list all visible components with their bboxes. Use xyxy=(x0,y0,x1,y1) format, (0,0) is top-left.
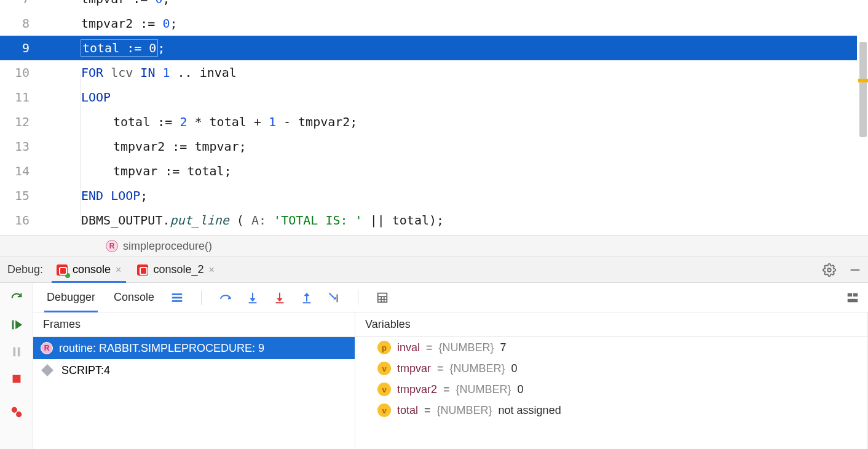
line-number[interactable]: 13 xyxy=(0,134,30,159)
variable-type: {NUMBER} xyxy=(439,341,494,354)
variable-value: 0 xyxy=(518,383,524,396)
settings-icon[interactable] xyxy=(823,263,836,277)
variable-kind-icon: v xyxy=(377,403,391,417)
variable-value: 0 xyxy=(511,362,518,375)
debug-tab-label: console_2 xyxy=(153,263,203,276)
variable-row[interactable]: vtmpvar = {NUMBER} 0 xyxy=(355,358,867,379)
variable-row[interactable]: vtotal = {NUMBER} not assigned xyxy=(355,400,867,421)
svg-marker-16 xyxy=(277,298,283,301)
frame-row[interactable]: SCRIPT:4 xyxy=(33,359,355,381)
routine-badge-icon: R xyxy=(41,342,53,354)
threads-icon[interactable] xyxy=(170,291,184,304)
svg-rect-5 xyxy=(17,348,20,357)
step-out-button[interactable] xyxy=(300,291,314,304)
stop-button[interactable] xyxy=(9,372,24,386)
step-into-button[interactable] xyxy=(246,291,259,304)
variable-value: 7 xyxy=(500,341,507,354)
code-line[interactable]: LOOP xyxy=(37,85,857,109)
layout-settings-button[interactable] xyxy=(846,291,859,304)
code-line[interactable]: tmpvar := total; xyxy=(37,159,857,183)
debug-tab-console[interactable]: console × xyxy=(52,257,126,282)
script-icon xyxy=(41,364,53,376)
variable-type: {NUMBER} xyxy=(456,383,511,396)
debugger-subtabs: Debugger Console xyxy=(33,283,868,312)
debugger-side-toolbar xyxy=(0,283,33,449)
svg-point-0 xyxy=(827,268,831,272)
debug-toolwindow-header: Debug: console × console_2 × xyxy=(0,257,868,283)
svg-marker-19 xyxy=(304,292,310,296)
debug-tab-console2[interactable]: console_2 × xyxy=(132,257,219,282)
code-line[interactable]: FOR lcv IN 1 .. inval xyxy=(37,60,857,85)
code-line[interactable]: total := 2 * total + 1 - tmpvar2; xyxy=(37,109,857,134)
frames-title: Frames xyxy=(33,312,355,337)
variable-type: {NUMBER} xyxy=(437,404,492,417)
editor-scroll-thumb[interactable] xyxy=(859,42,867,137)
debug-label: Debug: xyxy=(5,263,45,276)
code-line[interactable]: DBMS_OUTPUT.put_line ( A: 'TOTAL IS: ' |… xyxy=(37,208,857,232)
code-line[interactable]: tmpvar2 := 0; xyxy=(37,11,857,36)
line-number[interactable]: 11 xyxy=(0,85,30,109)
variable-row[interactable]: pinval = {NUMBER} 7 xyxy=(355,337,867,358)
svg-point-7 xyxy=(11,407,17,413)
editor-scroll-marker xyxy=(858,79,868,82)
svg-point-8 xyxy=(16,411,22,417)
line-number[interactable]: 7 xyxy=(0,0,30,11)
evaluate-expression-button[interactable] xyxy=(376,291,389,304)
editor-scrollbar[interactable] xyxy=(858,0,868,235)
svg-rect-30 xyxy=(848,298,858,302)
svg-rect-6 xyxy=(12,375,20,383)
editor-code[interactable]: tmpvar := 0;tmpvar2 := 0;total := 0;FOR … xyxy=(37,0,857,235)
breadcrumb-bar: R simpleprocedure() xyxy=(0,235,868,257)
step-over-button[interactable] xyxy=(219,291,232,304)
view-breakpoints-button[interactable] xyxy=(9,405,24,419)
debug-tab-label: console xyxy=(73,263,111,276)
frame-row[interactable]: Rroutine: RABBIT.SIMPLEPROCEDURE: 9 xyxy=(33,337,355,359)
svg-rect-2 xyxy=(12,320,14,330)
hide-toolwindow-icon[interactable] xyxy=(848,263,862,277)
run-to-cursor-button[interactable] xyxy=(327,291,341,304)
subtab-debugger[interactable]: Debugger xyxy=(44,283,98,312)
variable-kind-icon: v xyxy=(377,383,391,396)
svg-rect-29 xyxy=(853,293,858,296)
svg-rect-23 xyxy=(378,293,387,302)
line-number[interactable]: 10 xyxy=(0,60,30,85)
routine-badge-icon: R xyxy=(106,240,118,252)
code-line[interactable]: total := 0; xyxy=(0,36,857,60)
force-step-into-button[interactable] xyxy=(273,291,286,304)
code-editor[interactable]: 78910111213141516 tmpvar := 0;tmpvar2 :=… xyxy=(0,0,868,235)
oracle-run-icon xyxy=(57,264,68,276)
rerun-button[interactable] xyxy=(9,290,24,305)
svg-marker-13 xyxy=(250,298,256,301)
svg-rect-28 xyxy=(848,293,852,296)
variable-name: inval xyxy=(397,341,420,354)
code-line[interactable]: tmpvar2 := tmpvar; xyxy=(37,134,857,159)
debugger-body: Debugger Console xyxy=(0,283,868,449)
variable-type: {NUMBER} xyxy=(450,362,505,375)
variable-value: not assigned xyxy=(499,404,561,417)
code-line[interactable]: tmpvar := 0; xyxy=(37,0,857,11)
resume-button[interactable] xyxy=(9,317,24,332)
close-icon[interactable]: × xyxy=(209,264,215,276)
variable-row[interactable]: vtmpvar2 = {NUMBER} 0 xyxy=(355,379,867,400)
line-number[interactable]: 12 xyxy=(0,109,30,134)
variables-panel: Variables pinval = {NUMBER} 7vtmpvar = {… xyxy=(355,312,868,449)
variable-kind-icon: v xyxy=(377,362,391,375)
line-number[interactable]: 8 xyxy=(0,11,30,36)
variables-title: Variables xyxy=(355,312,867,337)
breadcrumb-label[interactable]: simpleprocedure() xyxy=(123,240,212,253)
line-number[interactable]: 9 xyxy=(0,36,30,60)
frames-panel: Frames Rroutine: RABBIT.SIMPLEPROCEDURE:… xyxy=(33,312,355,449)
svg-rect-4 xyxy=(13,348,15,357)
line-number[interactable]: 14 xyxy=(0,159,30,183)
line-number[interactable]: 16 xyxy=(0,208,30,232)
subtab-console[interactable]: Console xyxy=(111,283,157,312)
pause-button[interactable] xyxy=(9,344,24,359)
variable-name: total xyxy=(397,404,418,417)
variable-name: tmpvar2 xyxy=(397,383,437,396)
frame-label: SCRIPT:4 xyxy=(61,364,110,377)
svg-marker-3 xyxy=(15,320,22,330)
frame-label: routine: RABBIT.SIMPLEPROCEDURE: 9 xyxy=(59,342,264,355)
line-number[interactable]: 15 xyxy=(0,183,30,208)
code-line[interactable]: END LOOP; xyxy=(37,183,857,208)
close-icon[interactable]: × xyxy=(116,264,121,276)
